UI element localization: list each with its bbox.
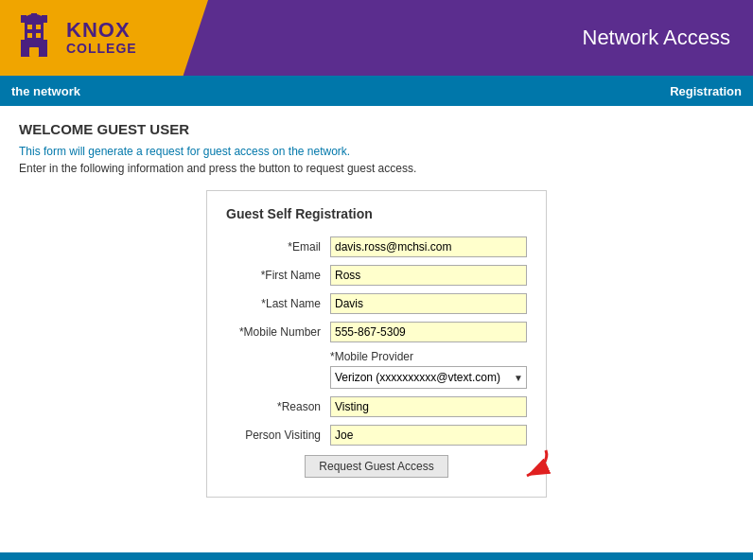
person-field[interactable]	[330, 425, 527, 446]
lastname-label: *Last Name	[226, 297, 330, 310]
button-row: Request Guest Access	[226, 455, 527, 478]
reason-row: *Reason	[226, 396, 527, 417]
reason-label: *Reason	[226, 400, 330, 413]
footer-bar	[0, 552, 753, 560]
reason-field[interactable]	[330, 396, 527, 417]
registration-form-box: Guest Self Registration *Email *First Na…	[206, 190, 547, 498]
info-text-2: Enter in the following information and p…	[19, 162, 734, 175]
svg-rect-6	[36, 33, 41, 38]
provider-label: *Mobile Provider	[226, 350, 527, 363]
firstname-label: *First Name	[226, 269, 330, 282]
provider-select-row: x Verizon (xxxxxxxxxx@vtext.com) AT&T (x…	[226, 366, 527, 389]
navbar: the network Registration	[0, 76, 753, 106]
email-row: *Email	[226, 236, 527, 257]
person-row: Person Visiting	[226, 425, 527, 446]
header: KNOX COLLEGE Network Access	[0, 0, 753, 76]
svg-rect-5	[27, 33, 32, 38]
submit-button[interactable]: Request Guest Access	[305, 455, 447, 478]
svg-rect-3	[27, 25, 32, 29]
svg-rect-2	[29, 47, 39, 57]
form-title: Guest Self Registration	[226, 206, 527, 221]
nav-left-link[interactable]: the network	[11, 84, 80, 98]
firstname-field[interactable]	[330, 265, 527, 286]
mobile-row: *Mobile Number	[226, 322, 527, 342]
logo-text: KNOX COLLEGE	[66, 19, 137, 57]
firstname-row: *First Name	[226, 265, 527, 286]
provider-select[interactable]: Verizon (xxxxxxxxxx@vtext.com) AT&T (xxx…	[330, 366, 527, 389]
email-label: *Email	[226, 240, 330, 254]
provider-row: *Mobile Provider x Verizon (xxxxxxxxxx@v…	[226, 350, 527, 389]
svg-rect-4	[36, 25, 41, 29]
info-text-1: This form will generate a request for gu…	[19, 145, 734, 158]
provider-select-wrapper: Verizon (xxxxxxxxxx@vtext.com) AT&T (xxx…	[330, 366, 527, 389]
mobile-field[interactable]	[330, 322, 527, 342]
lastname-row: *Last Name	[226, 293, 527, 314]
header-title-area: Network Access	[208, 0, 753, 76]
content-area: WELCOME GUEST USER This form will genera…	[0, 106, 753, 513]
person-label: Person Visiting	[226, 429, 330, 442]
nav-right-link[interactable]: Registration	[670, 84, 742, 98]
svg-point-10	[25, 14, 44, 24]
email-field[interactable]	[330, 236, 527, 257]
mobile-label: *Mobile Number	[226, 325, 330, 339]
lastname-field[interactable]	[330, 293, 527, 314]
header-title: Network Access	[583, 26, 731, 50]
knox-icon	[11, 11, 57, 64]
welcome-title: WELCOME GUEST USER	[19, 121, 734, 137]
logo-area: KNOX COLLEGE	[0, 0, 208, 76]
